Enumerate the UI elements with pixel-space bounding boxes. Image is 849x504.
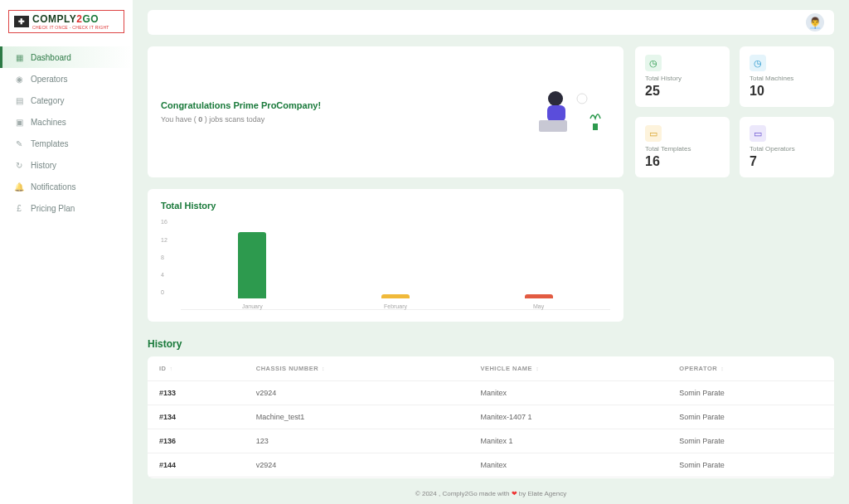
clock-icon: ◷ (750, 55, 766, 71)
welcome-illustration (511, 87, 610, 137)
brand-tagline: CHECK IT ONCE - CHECK IT RIGHT (32, 25, 109, 30)
sidebar-item-category[interactable]: ▤Category (0, 90, 133, 111)
chart-y-axis: 16 12 8 4 0 (161, 219, 167, 295)
stat-label: Total Machines (750, 75, 824, 82)
brand-part3: GO (82, 13, 99, 25)
dashboard-icon: ▦ (14, 52, 24, 62)
column-chassis[interactable]: CHASSIS NUMBER↕ (245, 356, 469, 381)
sidebar-item-dashboard[interactable]: ▦Dashboard (0, 46, 133, 68)
cell-vehicle: Manitex (468, 453, 667, 477)
stat-value: 16 (645, 154, 720, 169)
stat-label: Total Templates (645, 145, 720, 153)
history-table: ID↑ CHASSIS NUMBER↕ VEHICLE NAME↕ OPERAT… (148, 356, 834, 478)
cell-operator: Somin Parate (667, 453, 834, 477)
cell-chassis: v2924 (245, 381, 469, 405)
sort-icon: ↕ (536, 366, 539, 371)
chart-bar: February (362, 294, 429, 310)
sidebar-item-label: Category (31, 96, 65, 105)
logo-badge-icon: ✚ (14, 16, 29, 27)
sidebar-item-notifications[interactable]: 🔔Notifications (0, 176, 133, 197)
sort-icon: ↕ (322, 366, 325, 371)
chart-area: 16 12 8 4 0 JanuaryFebruaryMay (161, 219, 610, 310)
bar-label: February (384, 303, 407, 309)
svg-rect-4 (593, 124, 598, 130)
card-icon: ▭ (750, 125, 766, 142)
welcome-title: Congratulations Prime ProCompany! (161, 100, 321, 110)
column-id[interactable]: ID↑ (148, 356, 245, 381)
chart-card: Total History 16 12 8 4 0 JanuaryFebruar… (148, 189, 623, 322)
stat-card-history: ◷ Total History 25 (635, 46, 730, 107)
cell-chassis: 123 (245, 429, 469, 453)
stat-value: 7 (750, 154, 824, 169)
table-row[interactable]: #136123Manitex 1Somin Parate (148, 429, 834, 453)
column-vehicle[interactable]: VEHICLE NAME↕ (468, 356, 667, 381)
sidebar-item-label: Dashboard (31, 53, 71, 62)
cell-chassis: Machine_test1 (245, 405, 469, 429)
operators-icon: ◉ (14, 74, 24, 84)
chart-bar: May (506, 294, 572, 310)
stat-label: Total Operators (750, 145, 824, 153)
cell-id: #133 (148, 381, 245, 405)
sidebar-item-pricing[interactable]: £Pricing Plan (0, 197, 133, 219)
sidebar-item-label: Notifications (31, 182, 75, 191)
brand-logo: ✚ COMPLY2GO CHECK IT ONCE - CHECK IT RIG… (8, 10, 124, 33)
cell-vehicle: Manitex 1 (468, 429, 667, 453)
history-heading: History (148, 338, 834, 350)
stat-label: Total History (645, 75, 720, 82)
table-row[interactable]: #144v2924ManitexSomin Parate (148, 453, 834, 477)
main-content: 👨‍💼 Congratulations Prime ProCompany! Yo… (133, 0, 849, 504)
svg-rect-2 (539, 120, 567, 132)
chart-bars: JanuaryFebruaryMay (181, 234, 610, 310)
templates-icon: ✎ (14, 138, 24, 148)
sidebar-item-label: History (31, 161, 56, 170)
cell-id: #134 (148, 405, 245, 429)
sidebar-item-templates[interactable]: ✎Templates (0, 133, 133, 154)
history-table-card: ID↑ CHASSIS NUMBER↕ VEHICLE NAME↕ OPERAT… (148, 356, 834, 478)
svg-rect-1 (547, 105, 565, 122)
user-avatar[interactable]: 👨‍💼 (806, 13, 824, 32)
brand-part1: COMPLY (32, 13, 76, 25)
category-icon: ▤ (14, 95, 24, 105)
bar-rect (238, 232, 266, 299)
stat-card-templates: ▭ Total Templates 16 (635, 117, 730, 177)
sidebar-item-operators[interactable]: ◉Operators (0, 68, 133, 90)
clock-icon: ◷ (645, 55, 662, 71)
cell-operator: Somin Parate (667, 381, 834, 405)
cell-vehicle: Manitex (468, 381, 667, 405)
sidebar-item-label: Pricing Plan (31, 204, 75, 213)
sidebar-item-label: Operators (31, 75, 67, 84)
welcome-card: Congratulations Prime ProCompany! You ha… (148, 46, 623, 177)
sort-icon: ↕ (720, 366, 724, 371)
chart-title: Total History (161, 201, 610, 211)
bar-rect (525, 294, 553, 299)
bar-label: May (533, 303, 544, 309)
stat-card-machines: ◷ Total Machines 10 (740, 46, 834, 107)
pricing-icon: £ (14, 203, 24, 213)
card-icon: ▭ (645, 125, 662, 142)
column-operator[interactable]: OPERATOR↕ (667, 356, 834, 381)
bar-label: January (242, 303, 263, 309)
sidebar-item-label: Templates (31, 139, 69, 148)
table-row[interactable]: #133v2924ManitexSomin Parate (148, 381, 834, 405)
footer: © 2024 , Comply2Go made with ❤ by Elate … (148, 478, 834, 497)
stat-value: 25 (645, 84, 720, 99)
cell-id: #144 (148, 453, 245, 477)
cell-operator: Somin Parate (667, 405, 834, 429)
sidebar-item-history[interactable]: ↻History (0, 154, 133, 176)
stat-card-operators: ▭ Total Operators 7 (740, 117, 834, 177)
cell-vehicle: Manitex-1407 1 (468, 405, 667, 429)
svg-point-3 (577, 94, 587, 104)
bar-rect (381, 294, 410, 299)
table-row[interactable]: #134Machine_test1Manitex-1407 1Somin Par… (148, 405, 834, 429)
topbar: 👨‍💼 (148, 10, 834, 35)
sidebar: ✚ COMPLY2GO CHECK IT ONCE - CHECK IT RIG… (0, 0, 133, 504)
welcome-subtitle: You have ( 0 ) jobs scans today (161, 115, 321, 124)
machines-icon: ▣ (14, 117, 24, 127)
cell-id: #136 (148, 429, 245, 453)
notifications-icon: 🔔 (14, 182, 24, 191)
sort-icon: ↑ (170, 366, 173, 371)
cell-chassis: v2924 (245, 453, 469, 477)
stat-grid: ◷ Total History 25 ◷ Total Machines 10 ▭… (635, 46, 834, 177)
sidebar-item-machines[interactable]: ▣Machines (0, 111, 133, 133)
sidebar-item-label: Machines (31, 118, 66, 127)
